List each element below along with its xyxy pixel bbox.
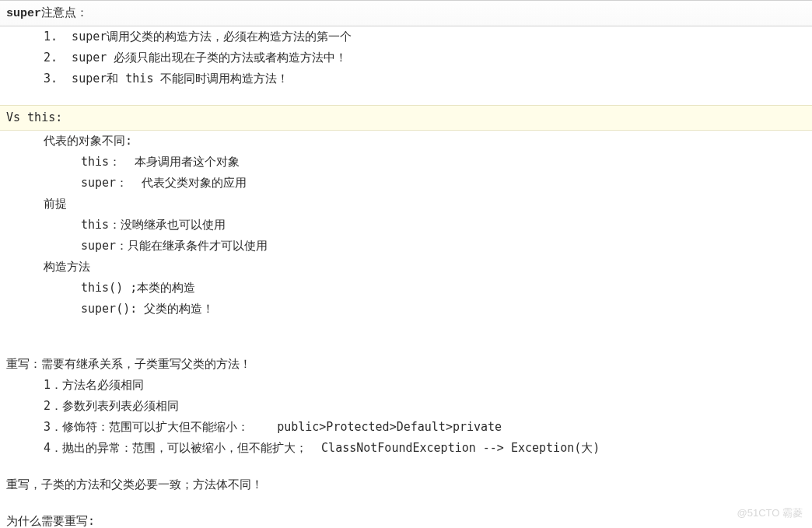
override-item-1: 1．方法名必须相同: [6, 375, 806, 396]
override-item-4: 4．抛出的异常：范围，可以被缩小，但不能扩大； ClassNotFoundExc…: [6, 438, 806, 459]
section-super-body: 1. super调用父类的构造方法，必须在构造方法的第一个 2. super 必…: [0, 26, 812, 89]
override-title: 重写：需要有继承关系，子类重写父类的方法！: [6, 354, 806, 375]
group1-item-2: super： 代表父类对象的应用: [6, 173, 806, 194]
super-item-3: 3. super和 this 不能同时调用构造方法！: [6, 68, 806, 89]
group2-heading: 前提: [6, 194, 806, 215]
override-item-2: 2．参数列表列表必须相同: [6, 396, 806, 417]
section-super-header: super注意点：: [0, 0, 812, 26]
spacer: [0, 495, 812, 511]
section-override: 重写：需要有继承关系，子类重写父类的方法！ 1．方法名必须相同 2．参数列表列表…: [0, 354, 812, 459]
spacer: [0, 338, 812, 354]
super-item-2: 2. super 必须只能出现在子类的方法或者构造方法中！: [6, 47, 806, 68]
override-note-line: 重写，子类的方法和父类必要一致；方法体不同！: [6, 474, 806, 495]
vs-this-title: Vs this:: [6, 107, 806, 128]
section-override-note: 重写，子类的方法和父类必要一致；方法体不同！: [0, 474, 812, 495]
super-keyword: super: [6, 7, 41, 20]
why-override-title: 为什么需要重写:: [6, 511, 806, 528]
super-title-text: 注意点：: [41, 5, 88, 19]
group3-item-2: super(): 父类的构造！: [6, 299, 806, 320]
spacer: [0, 89, 812, 105]
super-title: super注意点：: [6, 2, 806, 24]
super-item-1: 1. super调用父类的构造方法，必须在构造方法的第一个: [6, 26, 806, 47]
section-why-override: 为什么需要重写: 1．父类的功能，子类不一定需要，或者不一定满足！: [0, 511, 812, 528]
group2-item-1: this：没哟继承也可以使用: [6, 215, 806, 236]
group1-heading: 代表的对象不同:: [6, 131, 806, 152]
group3-item-1: this() ;本类的构造: [6, 278, 806, 299]
spacer: [0, 459, 812, 474]
override-item-3: 3．修饰符：范围可以扩大但不能缩小： public>Protected>Defa…: [6, 417, 806, 438]
group1-item-1: this： 本身调用者这个对象: [6, 152, 806, 173]
group3-heading: 构造方法: [6, 257, 806, 278]
spacer: [0, 320, 812, 338]
section-vs-this-body: 代表的对象不同: this： 本身调用者这个对象 super： 代表父类对象的应…: [0, 131, 812, 320]
group2-item-2: super：只能在继承条件才可以使用: [6, 236, 806, 257]
section-vs-this-header: Vs this:: [0, 105, 812, 131]
